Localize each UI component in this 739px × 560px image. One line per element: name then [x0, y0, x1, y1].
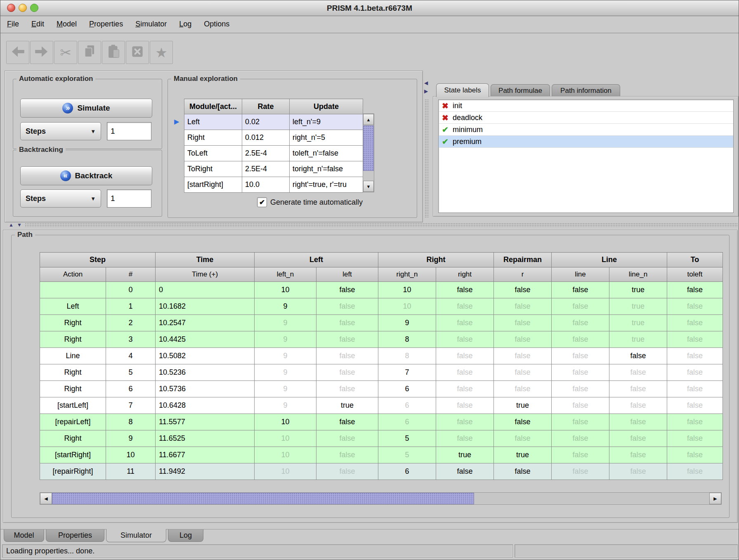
star-icon: ★	[155, 46, 168, 59]
menu-file[interactable]: File	[7, 20, 19, 28]
tab-path-formulae[interactable]: Path formulae	[491, 84, 550, 97]
tab-path-information[interactable]: Path information	[552, 84, 620, 97]
toolbar-button-cut[interactable]: ✂	[54, 41, 77, 64]
path-column-header: line_n	[609, 267, 667, 282]
path-group-header-repairman: Repairman	[494, 253, 552, 267]
path-cell: false	[316, 331, 378, 348]
path-cell: false	[494, 463, 552, 480]
horizontal-splitter-grip[interactable]	[25, 223, 737, 227]
toolbar: ✂★	[0, 34, 739, 71]
expand-right-icon[interactable]: ▶	[424, 89, 428, 94]
manual-transition-row[interactable]: ToRight2.5E-4toright_n'=false	[184, 161, 363, 177]
toolbar-button-delete[interactable]	[126, 41, 149, 64]
path-step-row[interactable]: [repairRight]1111.949210false6falsefalse…	[40, 463, 723, 480]
scroll-right-icon[interactable]: ▶	[709, 493, 721, 504]
paste-icon	[106, 44, 121, 61]
state-label-item-deadlock[interactable]: ✖deadlock	[439, 112, 733, 124]
path-cell: false	[667, 463, 723, 480]
backtrack-steps-input[interactable]	[107, 189, 151, 208]
toolbar-button-redo-arrow[interactable]	[30, 41, 53, 64]
path-cell: 10	[255, 447, 316, 463]
simulate-steps-combo[interactable]: Steps ▼	[20, 122, 101, 140]
manual-transition-row[interactable]: Right0.012right_n'=5	[184, 130, 363, 146]
path-group-header-right: Right	[378, 253, 494, 267]
menu-options[interactable]: Options	[204, 20, 229, 28]
path-cell: false	[316, 348, 378, 364]
path-step-row[interactable]: Right911.652510false5falsefalsefalsefals…	[40, 430, 723, 447]
menu-mnemonic: M	[57, 20, 63, 28]
path-cell: false	[436, 315, 494, 331]
scroll-left-icon[interactable]: ◀	[40, 493, 52, 504]
menu-edit[interactable]: Edit	[31, 20, 44, 28]
manual-table-vscrollbar[interactable]: ▲ ▼	[363, 113, 374, 192]
rewind-icon: «	[60, 170, 71, 181]
hscroll-thumb[interactable]	[52, 493, 474, 504]
path-cell: false	[667, 315, 723, 331]
path-step-row[interactable]: Line410.50829false8falsefalsefalsefalsef…	[40, 348, 723, 364]
path-cell: 9	[255, 315, 316, 331]
path-cell: false	[609, 364, 667, 381]
bottom-tab-model[interactable]: Model	[4, 529, 44, 542]
backtrack-steps-combo[interactable]: Steps ▼	[20, 189, 101, 208]
path-cell: false	[667, 364, 723, 381]
path-cell: 10.4425	[156, 331, 255, 348]
vertical-splitter[interactable]: ◀ ▶	[423, 71, 431, 221]
path-cell: false	[316, 282, 378, 298]
path-step-row[interactable]: Left110.16829false10falsefalsefalsetruef…	[40, 298, 723, 315]
bottom-tab-simulator[interactable]: Simulator	[106, 529, 166, 542]
manual-transition-row[interactable]: ToLeft2.5E-4toleft_n'=false	[184, 146, 363, 161]
scroll-up-icon[interactable]: ▲	[363, 114, 374, 125]
toolbar-button-undo-arrow[interactable]	[6, 41, 29, 64]
collapse-up-icon[interactable]: ▲	[9, 222, 14, 227]
path-group-header-left: Left	[255, 253, 378, 267]
bottom-tab-log[interactable]: Log	[168, 529, 203, 542]
scroll-down-icon[interactable]: ▼	[363, 181, 374, 192]
simulate-steps-input[interactable]	[107, 122, 151, 140]
path-cell: 10.1682	[156, 298, 255, 315]
state-label-item-premium[interactable]: ✔premium	[439, 136, 733, 148]
manual-transition-row[interactable]: [startRight]10.0right'=true, r'=tru	[184, 177, 363, 193]
backtrack-button[interactable]: « Backtrack	[20, 166, 152, 185]
path-step-row[interactable]: [repairLeft]811.557710false6falsefalsefa…	[40, 414, 723, 430]
path-cell: false	[436, 381, 494, 397]
path-cell: false	[609, 447, 667, 463]
vertical-splitter-grip[interactable]	[425, 99, 429, 217]
path-step-row[interactable]: Right510.52369false7falsefalsefalsefalse…	[40, 364, 723, 381]
menu-properties[interactable]: Properties	[89, 20, 123, 28]
path-step-row[interactable]: Right610.57369false6falsefalsefalsefalse…	[40, 381, 723, 397]
path-step-row[interactable]: Right310.44259false8falsefalsefalsetruef…	[40, 331, 723, 348]
menu-model[interactable]: Model	[57, 20, 77, 28]
state-label-item-init[interactable]: ✖init	[439, 100, 733, 112]
toolbar-button-copy[interactable]	[78, 41, 101, 64]
collapse-left-icon[interactable]: ◀	[424, 80, 428, 85]
automatic-exploration-title: Automatic exploration	[17, 75, 95, 83]
tab-path-formulae-label: Path formulae	[498, 87, 542, 95]
path-cell: 11.9492	[156, 463, 255, 480]
path-cell: false	[667, 348, 723, 364]
manual-transition-row[interactable]: Left0.02left_n'=9	[184, 114, 363, 130]
state-label-item-minimum[interactable]: ✔minimum	[439, 124, 733, 136]
generate-time-checkbox[interactable]: ✔	[257, 197, 267, 207]
path-cell: false	[436, 364, 494, 381]
vscroll-thumb[interactable]	[363, 125, 374, 171]
path-step-row[interactable]: [startRight]1011.667710false5truetruefal…	[40, 447, 723, 463]
menu-simulator[interactable]: Simulator	[135, 20, 167, 28]
expand-down-icon[interactable]: ▼	[17, 222, 22, 227]
simulate-button[interactable]: » Simulate	[20, 99, 152, 118]
generate-time-label: Generate time automatically	[270, 198, 363, 207]
path-hscrollbar[interactable]: ◀ ▶	[40, 492, 722, 505]
path-cell: [repairRight]	[40, 463, 106, 480]
title-bar: PRISM 4.1.beta.r6673M	[0, 0, 739, 16]
path-step-row[interactable]: [startLeft]710.64289true6falsetruefalsef…	[40, 397, 723, 414]
toolbar-button-star[interactable]: ★	[150, 41, 173, 64]
toolbar-button-paste[interactable]	[102, 41, 125, 64]
horizontal-splitter[interactable]: ▲ ▼	[0, 222, 739, 228]
path-cell: false	[436, 331, 494, 348]
path-cell: false	[667, 447, 723, 463]
tab-state-labels[interactable]: State labels	[436, 83, 489, 97]
menu-log[interactable]: Log	[179, 20, 191, 28]
path-step-row[interactable]: 0010false10falsefalsefalsetruefalse	[40, 282, 723, 298]
path-step-row[interactable]: Right210.25479false9falsefalsefalsetruef…	[40, 315, 723, 331]
bottom-tab-properties[interactable]: Properties	[46, 529, 104, 542]
check-icon: ✔	[442, 125, 449, 135]
